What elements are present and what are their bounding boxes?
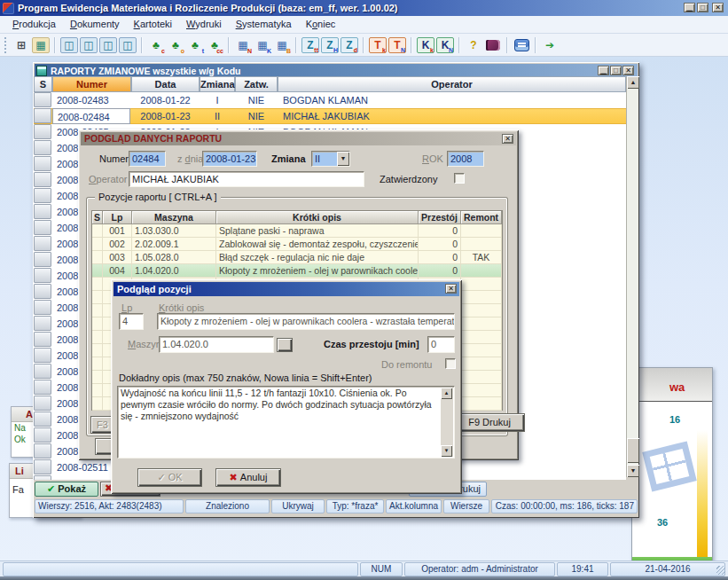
row-selector-cell[interactable] bbox=[34, 268, 51, 283]
krotki-opis-field[interactable]: Kłopoty z mrożeniem - olej w parownikach… bbox=[157, 313, 455, 330]
row-selector-cell[interactable] bbox=[34, 332, 51, 347]
menu-item-dokumenty[interactable]: Dokumenty bbox=[63, 17, 127, 32]
z-icon-d[interactable]: Zd bbox=[341, 37, 358, 53]
row-selector-cell[interactable] bbox=[34, 396, 51, 411]
minimize-button[interactable]: ▁ bbox=[684, 3, 695, 12]
panel-icon-1[interactable]: ◫ bbox=[60, 37, 78, 53]
z-icon-h[interactable]: ZH bbox=[321, 37, 339, 53]
row-selector-cell[interactable] bbox=[34, 108, 51, 123]
grid-icon-k[interactable]: ▦K bbox=[254, 37, 271, 53]
table-row[interactable]: 2008-024832008-01-22INIEBOGDAN KLAMAN bbox=[34, 92, 626, 108]
book-icon[interactable] bbox=[484, 37, 502, 53]
lp-field[interactable]: 4 bbox=[119, 313, 144, 330]
position-dialog-close-button[interactable]: ✕ bbox=[445, 284, 457, 294]
row-selector-cell[interactable] bbox=[34, 459, 51, 474]
row-selector-cell[interactable] bbox=[34, 220, 51, 235]
image-icon[interactable]: ▦ bbox=[32, 37, 50, 53]
maximize-button[interactable]: □ bbox=[697, 3, 708, 12]
row-selector-cell[interactable] bbox=[34, 300, 51, 315]
row-selector-cell[interactable] bbox=[34, 156, 51, 171]
numer-field[interactable]: 02484 bbox=[129, 151, 166, 167]
menu-item-systematyka[interactable]: Systematyka bbox=[229, 17, 299, 32]
column-header-data[interactable]: Data bbox=[131, 76, 200, 92]
column-header-numer[interactable]: Numer bbox=[52, 76, 131, 92]
ok-button[interactable]: ✓ OK bbox=[137, 468, 202, 487]
row-selector-cell[interactable] bbox=[34, 236, 51, 251]
panel-icon-2[interactable]: ◫ bbox=[80, 37, 98, 53]
tree-green-icon-t[interactable]: ♣t bbox=[186, 37, 204, 53]
row-selector-cell[interactable] bbox=[34, 427, 51, 443]
table-row[interactable]: 0011.03.030.0Splątane paski - naprawa0 bbox=[92, 224, 502, 238]
row-selector-cell[interactable] bbox=[34, 204, 51, 219]
chevron-down-icon[interactable]: ▼ bbox=[337, 152, 349, 166]
table-row[interactable]: 0022.02.009.1Zablokował się - demontaż z… bbox=[92, 238, 502, 251]
tree-green-icon-cc[interactable]: ♣cc bbox=[206, 37, 223, 53]
z-dnia-field[interactable]: 2008-01-23 bbox=[202, 151, 257, 167]
row-selector-cell[interactable] bbox=[34, 188, 51, 203]
panel-icon-3[interactable]: ◫ bbox=[99, 37, 117, 53]
pozycje-column-header-s[interactable]: S bbox=[92, 211, 103, 224]
dokladny-opis-textarea[interactable]: Wydajność na końcu linii 11,5 - 12 t/h f… bbox=[117, 386, 455, 459]
row-selector-cell[interactable] bbox=[34, 380, 51, 395]
row-selector-cell[interactable] bbox=[34, 284, 51, 299]
row-selector-cell[interactable] bbox=[34, 475, 51, 480]
table-row[interactable]: 2008-024842008-01-23IINIEMICHAŁ JAKUBIAK bbox=[34, 108, 626, 124]
tree-green-icon-o[interactable]: ♣o bbox=[167, 37, 184, 53]
zatwierdzony-checkbox[interactable] bbox=[454, 173, 465, 184]
row-selector-cell[interactable] bbox=[34, 252, 51, 267]
panel-icon-4[interactable]: ◫ bbox=[119, 37, 137, 53]
z-icon-tt[interactable]: Ztt bbox=[301, 37, 319, 53]
k-icon-n[interactable]: KN bbox=[436, 37, 454, 53]
row-selector-cell[interactable] bbox=[34, 364, 51, 379]
tree-view-icon[interactable]: ⊞ bbox=[12, 37, 30, 53]
f9-drukuj-button[interactable]: F9 Drukuj bbox=[454, 413, 525, 432]
raporty-vertical-scrollbar[interactable]: ▲ ▼ bbox=[626, 76, 638, 477]
operator-field[interactable]: MICHAŁ JAKUBIAK bbox=[129, 171, 364, 187]
row-selector-cell[interactable] bbox=[34, 140, 51, 155]
scroll-down-icon[interactable]: ▼ bbox=[627, 465, 639, 477]
column-header-zatw[interactable]: Zatw. bbox=[235, 76, 278, 92]
grid-icon-n[interactable]: ▦N bbox=[234, 37, 252, 53]
row-selector-cell[interactable] bbox=[34, 348, 51, 363]
menu-item-produkcja[interactable]: Produkcja bbox=[5, 17, 63, 32]
pozycje-column-header-przestj[interactable]: Przestój bbox=[419, 211, 461, 224]
raporty-close-button[interactable]: ✕ bbox=[622, 66, 634, 75]
czas-przestoju-field[interactable]: 0 bbox=[427, 336, 455, 353]
report-dialog-close-button[interactable]: ✕ bbox=[502, 134, 513, 144]
textarea-scrollbar[interactable]: ▲ ▼ bbox=[441, 388, 453, 457]
resize-grip[interactable] bbox=[716, 566, 725, 575]
row-selector-cell[interactable] bbox=[34, 124, 51, 139]
do-remontu-checkbox[interactable] bbox=[445, 358, 456, 369]
table-row[interactable]: 0041.04.020.0Kłopoty z mrożeniem - olej … bbox=[92, 264, 502, 278]
table-row[interactable]: 0031.05.028.0Błąd szczęk - regulacja nic… bbox=[92, 251, 502, 264]
calculator-icon[interactable] bbox=[513, 37, 530, 53]
toolbar-grip[interactable] bbox=[4, 37, 9, 53]
k-icon-k[interactable]: Kk bbox=[417, 37, 434, 53]
pozycje-column-header-lp[interactable]: Lp bbox=[103, 211, 132, 224]
menu-item-wydruki[interactable]: Wydruki bbox=[179, 17, 229, 32]
pozycje-column-header-remont[interactable]: Remont bbox=[461, 211, 502, 224]
row-selector-cell[interactable] bbox=[34, 411, 51, 427]
close-button[interactable]: ✕ bbox=[712, 3, 724, 12]
anuluj-button[interactable]: ✖ Anuluj bbox=[215, 468, 281, 487]
menu-item-kartoteki[interactable]: Kartoteki bbox=[127, 17, 179, 32]
zmiana-combobox[interactable]: II ▼ bbox=[311, 151, 350, 167]
row-selector-cell[interactable] bbox=[34, 443, 51, 459]
row-selector-cell[interactable] bbox=[34, 92, 51, 107]
scrollbar-thumb[interactable] bbox=[627, 438, 639, 463]
column-header-operator[interactable]: Operator bbox=[278, 76, 626, 92]
grid-icon-b[interactable]: ▦B bbox=[273, 37, 291, 53]
raporty-maximize-button[interactable]: □ bbox=[610, 66, 622, 75]
maszyna-field[interactable]: 1.04.020.0 bbox=[159, 336, 274, 353]
menu-item-koniec[interactable]: Koniec bbox=[299, 17, 343, 32]
t-icon-n[interactable]: TN bbox=[388, 37, 406, 53]
t-icon-k[interactable]: Tk bbox=[369, 37, 387, 53]
maszyna-lookup-button[interactable] bbox=[277, 338, 293, 352]
rok-field[interactable]: 2008 bbox=[447, 151, 484, 167]
pokaz-button[interactable]: ✔Pokaż bbox=[35, 482, 98, 497]
help-icon[interactable]: ? bbox=[465, 37, 482, 53]
exit-icon[interactable]: ➔ bbox=[541, 37, 559, 53]
column-header-s[interactable]: S bbox=[34, 76, 52, 92]
scroll-up-icon[interactable]: ▲ bbox=[441, 388, 452, 399]
scroll-down-icon[interactable]: ▼ bbox=[441, 445, 452, 457]
